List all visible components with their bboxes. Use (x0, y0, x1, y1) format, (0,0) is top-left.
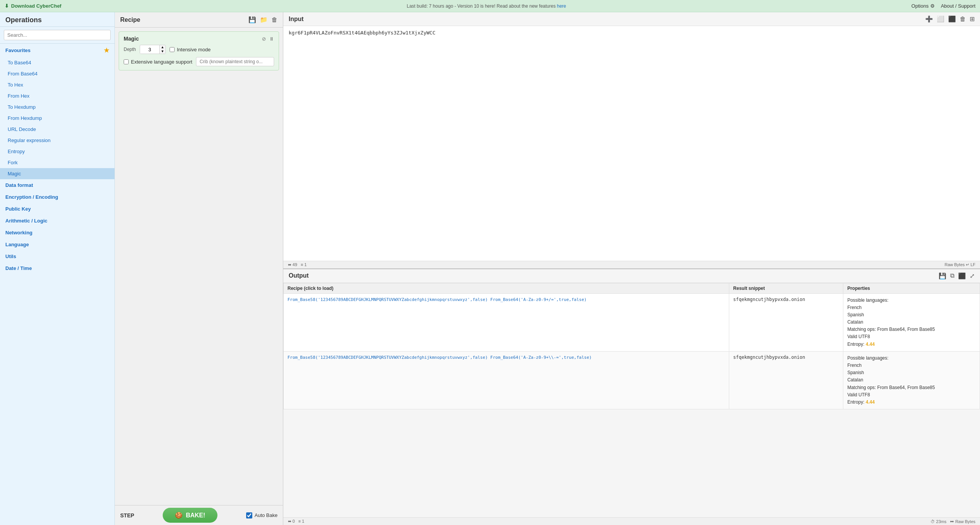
sidebar-category-arithmetic-logic[interactable]: Arithmetic / Logic (0, 215, 114, 227)
arithmetic-logic-label: Arithmetic / Logic (5, 218, 47, 224)
line-count-value: 1 (304, 262, 307, 267)
output-rows: From_Base58('123456789ABCDEFGHJKLMNPQRST… (284, 293, 980, 409)
sidebar-item-from-hex[interactable]: From Hex (0, 90, 114, 101)
topbar-right-actions: Options ⚙ About / Support (911, 3, 975, 9)
result-cell-1: sfqekmgncutjhbypvxda.onion (729, 351, 843, 409)
topbar-build-info: Last build: 7 hours ago - Version 10 is … (407, 3, 566, 9)
encryption-encoding-label: Encryption / Encoding (5, 194, 58, 200)
depth-down-button[interactable]: ▼ (160, 49, 165, 54)
extensive-lang-checkbox[interactable] (124, 59, 129, 64)
properties-cell-0: Possible languages: French Spanish Catal… (843, 293, 980, 351)
restore-input-icon[interactable]: ⬜ (937, 15, 944, 23)
recipe-link-1[interactable]: From_Base58('123456789ABCDEFGHJKLMNPQRST… (287, 355, 592, 360)
char-count-value: 49 (292, 262, 297, 267)
bake-label: BAKE! (186, 512, 205, 519)
sidebar-category-utils[interactable]: Utils (0, 250, 114, 262)
char-count-icon: ⬌ (288, 262, 291, 267)
operation-card-header: Magic ⊘ ⏸ (124, 36, 274, 42)
right-panel: Input ➕ ⬜ ⬛ 🗑 ⊞ kgr6F1pR4VLAZoFnvRSX1t4G… (283, 12, 980, 525)
output-title: Output (289, 272, 309, 279)
sidebar-category-favourites[interactable]: Favourites ★ (0, 44, 114, 57)
step-button[interactable]: STEP (120, 512, 134, 518)
build-info-link[interactable]: here (557, 3, 566, 9)
output-header: Output 💾 ⧉ ⬛ ⤢ (283, 269, 980, 283)
sidebar-item-to-hexdump[interactable]: To Hexdump (0, 101, 114, 113)
clear-input-icon[interactable]: 🗑 (960, 16, 966, 23)
depth-input[interactable] (140, 46, 159, 54)
recipe-link-0[interactable]: From_Base58('123456789ABCDEFGHJKLMNPQRST… (287, 297, 586, 302)
table-row[interactable]: From_Base58('123456789ABCDEFGHJKLMNPQRST… (284, 293, 980, 351)
entropy-value-1: 4.44 (866, 399, 874, 405)
topbar-download[interactable]: ⬇ Download CyberChef (5, 3, 61, 9)
extensive-lang-label[interactable]: Extensive language support (124, 59, 192, 65)
intensive-mode-checkbox[interactable] (170, 47, 175, 52)
gear-icon: ⚙ (930, 3, 935, 9)
disable-operation-icon[interactable]: ⊘ (262, 36, 266, 42)
result-snippet-0: sfqekmgncutjhbypvxda.onion (733, 297, 805, 302)
sidebar-item-to-base64[interactable]: To Base64 (0, 57, 114, 68)
operation-controls: ⊘ ⏸ (262, 36, 274, 42)
input-header: Input ➕ ⬜ ⬛ 🗑 ⊞ (283, 12, 980, 26)
options-label: Options (911, 3, 929, 9)
recipe-title: Recipe (120, 16, 140, 23)
topbar: ⬇ Download CyberChef Last build: 7 hours… (0, 0, 980, 12)
add-input-icon[interactable]: ➕ (925, 15, 933, 23)
sidebar-item-entropy[interactable]: Entropy (0, 146, 114, 157)
sidebar-item-to-hex[interactable]: To Hex (0, 79, 114, 90)
result-snippet-1: sfqekmgncutjhbypvxda.onion (733, 355, 805, 360)
entropy-value-0: 4.44 (866, 342, 874, 347)
download-label[interactable]: Download CyberChef (11, 3, 61, 9)
recipe-panel: Recipe 💾 📁 🗑 Magic ⊘ ⏸ Depth (115, 12, 283, 525)
autobake-checkbox[interactable] (246, 512, 252, 518)
save-output-icon[interactable]: 💾 (939, 272, 946, 280)
about-support-label: About / Support (941, 3, 975, 9)
output-char-count-icon: ⬌ (288, 519, 291, 523)
sidebar-category-encryption-encoding[interactable]: Encryption / Encoding (0, 191, 114, 203)
sidebar-item-magic[interactable]: Magic (0, 168, 114, 179)
input-textarea[interactable]: kgr6F1pR4VLAZoFnvRSX1t4GAEqbbph6yYs3ZJw1… (283, 26, 980, 261)
sidebar-item-url-decode[interactable]: URL Decode (0, 124, 114, 135)
search-input[interactable] (4, 30, 111, 40)
recipe-cell-0[interactable]: From_Base58('123456789ABCDEFGHJKLMNPQRST… (284, 293, 729, 351)
output-char-count: 0 (292, 519, 295, 523)
output-table-wrap: Recipe (click to load) Result snippet Pr… (283, 283, 980, 518)
sidebar-item-from-base64[interactable]: From Base64 (0, 68, 114, 79)
col-properties: Properties (843, 283, 980, 293)
extensive-lang-row: Extensive language support (124, 57, 274, 66)
bake-button[interactable]: 🍪 BAKE! (163, 508, 217, 523)
depth-input-wrap: ▲ ▼ (140, 45, 166, 54)
clear-recipe-icon[interactable]: 🗑 (271, 16, 278, 23)
switch-input-icon[interactable]: ⬛ (948, 15, 956, 23)
layout-input-icon[interactable]: ⊞ (970, 15, 975, 23)
sidebar-category-date-time[interactable]: Date / Time (0, 262, 114, 274)
depth-up-button[interactable]: ▲ (160, 45, 165, 49)
load-recipe-icon[interactable]: 📁 (260, 16, 268, 23)
sidebar-item-from-hexdump[interactable]: From Hexdump (0, 113, 114, 124)
autobake-label[interactable]: Auto Bake (246, 512, 278, 518)
sidebar-category-data-format[interactable]: Data format (0, 179, 114, 191)
output-line-count-icon: ≡ (298, 519, 301, 523)
search-box (0, 27, 114, 44)
sidebar-item-fork[interactable]: Fork (0, 157, 114, 168)
intensive-mode-label[interactable]: Intensive mode (170, 47, 211, 52)
sidebar-category-language[interactable]: Language (0, 239, 114, 250)
language-label: Language (5, 242, 29, 247)
save-recipe-icon[interactable]: 💾 (248, 16, 256, 23)
switch-output-icon[interactable]: ⬛ (958, 272, 966, 280)
copy-output-icon[interactable]: ⧉ (950, 272, 954, 279)
pause-operation-icon[interactable]: ⏸ (269, 36, 274, 42)
options-button[interactable]: Options ⚙ (911, 3, 935, 9)
star-icon: ★ (104, 47, 109, 54)
table-row[interactable]: From_Base58('123456789ABCDEFGHJKLMNPQRST… (284, 351, 980, 409)
crib-input[interactable] (196, 57, 274, 66)
output-toolbar: 💾 ⧉ ⬛ ⤢ (939, 272, 975, 280)
input-format: Raw Bytes ↵ LF (944, 262, 975, 267)
build-info-text: Last build: 7 hours ago - Version 10 is … (407, 3, 557, 9)
expand-output-icon[interactable]: ⤢ (970, 272, 975, 280)
sidebar-category-public-key[interactable]: Public Key (0, 203, 114, 215)
sidebar-category-networking[interactable]: Networking (0, 227, 114, 239)
depth-label: Depth (124, 47, 136, 52)
recipe-cell-1[interactable]: From_Base58('123456789ABCDEFGHJKLMNPQRST… (284, 351, 729, 409)
about-support-button[interactable]: About / Support (941, 3, 975, 9)
sidebar-item-regular-expression[interactable]: Regular expression (0, 135, 114, 146)
